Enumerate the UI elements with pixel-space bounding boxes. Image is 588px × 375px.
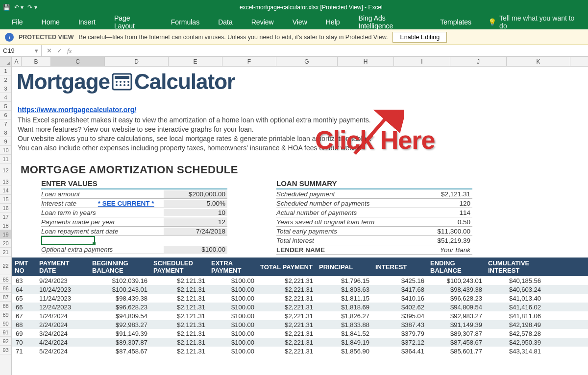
redo-icon[interactable]: ↷ ▾ [27, 4, 37, 11]
row-header[interactable]: 14 [0, 186, 11, 195]
row-header[interactable]: 11 [0, 155, 11, 164]
row-header[interactable]: 1 [0, 67, 11, 75]
formula-input[interactable] [76, 50, 588, 52]
sheet-content[interactable]: MortgageCalculator https://www.mortgagec… [12, 67, 588, 375]
tab-home[interactable]: Home [35, 16, 67, 28]
website-link[interactable]: https://www.mortgagecalculator.org/ [18, 106, 136, 114]
input-value[interactable]: $200,000.00 [164, 190, 227, 198]
table-cell: $2,121.31 [150, 277, 208, 284]
table-cell: 12/24/2023 [36, 304, 89, 311]
row-header[interactable]: 15 [0, 195, 11, 204]
row-header[interactable]: 7 [0, 119, 11, 128]
lender-value[interactable]: Your Bank [414, 246, 472, 254]
row-header[interactable]: 21 [0, 248, 11, 257]
row-header[interactable]: 86 [0, 284, 11, 293]
row-header[interactable]: 9 [0, 137, 11, 146]
row-header[interactable]: 87 [0, 293, 11, 302]
summary-row: Years saved off original loan term0.50 [276, 217, 472, 227]
tab-bing-ads[interactable]: Bing Ads Intelligence [352, 12, 429, 32]
col-header-a[interactable]: A [12, 57, 22, 66]
col-header-d[interactable]: D [105, 57, 169, 66]
table-cell: 66 [12, 304, 36, 311]
row-header[interactable]: 18 [0, 221, 11, 230]
th-total-payment: TOTAL PAYMENT [257, 262, 316, 272]
table-row[interactable]: 639/24/2023$102,039.16$2,121.31$100.00$2… [12, 276, 588, 285]
table-row[interactable]: 715/24/2024$87,458.67$2,121.31$100.00$2,… [12, 347, 588, 355]
row-header[interactable]: 22 [0, 257, 11, 275]
svg-point-5 [127, 81, 129, 83]
row-header[interactable]: 91 [0, 328, 11, 337]
table-row[interactable]: 6511/24/2023$98,439.38$2,121.31$100.00$2… [12, 294, 588, 303]
row-header[interactable]: 85 [0, 275, 11, 284]
undo-icon[interactable]: ↶ ▾ [14, 4, 24, 11]
tab-templates[interactable]: Templates [433, 16, 478, 28]
row-header[interactable]: 8 [0, 128, 11, 137]
input-value[interactable]: 5.00% [164, 200, 227, 207]
col-header-h[interactable]: H [338, 57, 394, 66]
input-value[interactable]: 7/24/2018 [164, 228, 227, 235]
tab-page-layout[interactable]: Page Layout [107, 12, 159, 32]
col-header-b[interactable]: B [22, 57, 51, 66]
row-header[interactable]: 12 [0, 164, 11, 177]
input-value[interactable]: 12 [164, 218, 227, 226]
col-header-f[interactable]: F [222, 57, 276, 66]
tab-data[interactable]: Data [211, 16, 240, 28]
col-header-g[interactable]: G [276, 57, 338, 66]
row-header[interactable]: 93 [0, 346, 11, 354]
input-row: Loan amount$200,000.00 [41, 189, 227, 199]
tab-formulas[interactable]: Formulas [164, 16, 206, 28]
table-row[interactable]: 682/24/2024$92,983.27$2,121.31$100.00$2,… [12, 320, 588, 329]
table-cell: 5/24/2024 [36, 348, 89, 355]
cancel-icon[interactable]: ✕ [47, 47, 52, 54]
table-cell: $2,121.31 [150, 339, 208, 346]
save-icon[interactable]: 💾 [3, 4, 10, 11]
active-cell-c19[interactable] [41, 236, 95, 245]
col-header-k[interactable]: K [507, 57, 570, 66]
row-header[interactable]: 5 [0, 102, 11, 111]
enter-icon[interactable]: ✓ [57, 47, 62, 54]
col-header-e[interactable]: E [169, 57, 222, 66]
row-header[interactable]: 6 [0, 111, 11, 119]
table-cell: $100.00 [208, 304, 257, 311]
row-header[interactable]: 89 [0, 310, 11, 319]
enable-editing-button[interactable]: Enable Editing [392, 32, 447, 43]
see-current-link[interactable]: * SEE CURRENT * [98, 200, 154, 207]
row-header[interactable]: 92 [0, 337, 11, 346]
select-all-corner[interactable] [0, 57, 12, 66]
input-value[interactable]: 10 [164, 209, 227, 216]
table-row[interactable]: 671/24/2024$94,809.54$2,121.31$100.00$2,… [12, 311, 588, 320]
row-header[interactable]: 88 [0, 302, 11, 310]
row-header[interactable]: 10 [0, 146, 11, 155]
tab-view[interactable]: View [286, 16, 314, 28]
tab-file[interactable]: File [5, 16, 30, 28]
table-row[interactable]: 704/24/2024$89,307.87$2,121.31$100.00$2,… [12, 338, 588, 347]
table-row[interactable]: 693/24/2024$91,149.39$2,121.31$100.00$2,… [12, 329, 588, 338]
table-cell: 63 [12, 277, 36, 284]
tab-insert[interactable]: Insert [72, 16, 102, 28]
row-header[interactable]: 17 [0, 212, 11, 221]
table-cell: 2/24/2024 [36, 321, 89, 328]
opt-extra-value[interactable]: $100.00 [164, 246, 227, 253]
row-header[interactable]: 19 [0, 230, 11, 239]
row-header[interactable]: 3 [0, 84, 11, 93]
row-header[interactable]: 20 [0, 239, 11, 248]
row-header[interactable]: 4 [0, 93, 11, 102]
name-box[interactable]: C19 ▾ [0, 45, 42, 56]
summary-row: Total early payments$11,300.00 [276, 227, 472, 236]
row-header[interactable]: 90 [0, 319, 11, 328]
row-header[interactable]: 16 [0, 204, 11, 212]
chevron-down-icon[interactable]: ▾ [35, 47, 38, 54]
col-header-c[interactable]: C [51, 57, 105, 66]
col-header-j[interactable]: J [450, 57, 507, 66]
fx-icon[interactable]: fx [67, 47, 72, 55]
table-row[interactable]: 6410/24/2023$100,243.01$2,121.31$100.00$… [12, 285, 588, 294]
tell-me-search[interactable]: 💡 Tell me what you want to do [488, 14, 583, 30]
row-header[interactable]: 2 [0, 75, 11, 84]
tab-review[interactable]: Review [245, 16, 281, 28]
row-header[interactable]: 13 [0, 177, 11, 186]
col-header-i[interactable]: I [394, 57, 450, 66]
loan-summary-table: LOAN SUMMARY Scheduled payment$2,121.31S… [276, 179, 472, 255]
input-label: Interest rate * SEE CURRENT * [41, 200, 164, 207]
table-row[interactable]: 6612/24/2023$96,628.23$2,121.31$100.00$2… [12, 303, 588, 311]
tab-help[interactable]: Help [319, 16, 347, 28]
